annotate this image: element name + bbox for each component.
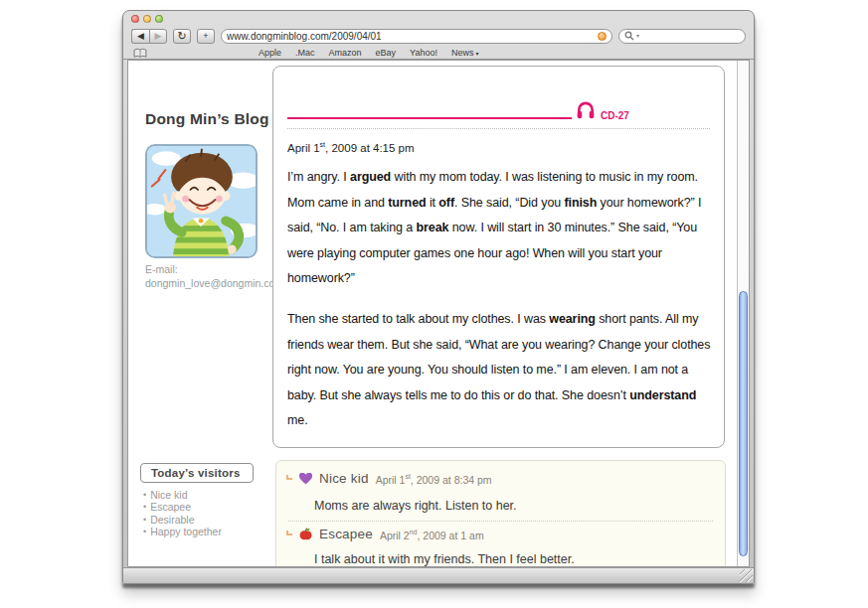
avatar — [145, 144, 258, 258]
bookmarks-book-icon[interactable] — [133, 48, 147, 59]
email-address: dongmin_love@dongmin.com — [145, 277, 283, 289]
browser-window: ◀ ▶ ↻ + www.dongminblog.com/2009/04/01 ▾… — [122, 10, 755, 584]
rss-icon[interactable] — [598, 32, 607, 41]
bullet-icon: • — [143, 526, 146, 537]
bookmark-apple[interactable]: Apple — [259, 48, 281, 58]
post-date: April 1st, 2009 at 4:15 pm — [287, 141, 415, 154]
status-bar — [123, 567, 754, 583]
visitor-name: Happy together — [150, 526, 222, 537]
window-titlebar[interactable] — [123, 11, 754, 25]
chevron-down-icon: ▾ — [475, 51, 478, 57]
close-button[interactable] — [131, 15, 139, 23]
chevron-down-icon: ▾ — [636, 33, 639, 39]
visitor-item: • Happy together — [143, 526, 222, 537]
visitors-list: • Nice kid • Escapee • Desirable • Happy… — [143, 489, 222, 537]
bookmark-amazon[interactable]: Amazon — [329, 48, 362, 58]
post-paragraph: Then she started to talk about my clothe… — [287, 307, 713, 434]
visitor-item: • Desirable — [143, 514, 222, 526]
apple-icon — [299, 528, 312, 540]
cartoon-boy-image — [147, 146, 256, 256]
bullet-icon: • — [143, 489, 146, 501]
comment-date: April 1st, 2009 at 8:34 pm — [376, 473, 492, 486]
resize-grip[interactable] — [740, 569, 753, 582]
post-paragraph: I’m angry. I argued with my mom today. I… — [287, 165, 713, 292]
scrollbar-thumb[interactable] — [739, 291, 748, 556]
add-bookmark-button[interactable]: + — [197, 29, 215, 44]
zoom-button[interactable] — [155, 15, 163, 23]
accent-rule — [287, 117, 572, 119]
bookmark-news[interactable]: News▾ — [451, 48, 479, 58]
comment-text: I talk about it with my friends. Then I … — [314, 552, 575, 566]
visitor-name: Desirable — [150, 514, 194, 526]
todays-visitors-heading: Today’s visitors — [140, 463, 254, 483]
headphones-icon — [576, 99, 596, 124]
url-text: www.dongminblog.com/2009/04/01 — [227, 31, 382, 42]
comments-panel: Nice kid April 1st, 2009 at 8:34 pm Moms… — [275, 460, 726, 567]
visitor-item: • Escapee — [143, 501, 222, 513]
blog-post-panel: CD-27 April 1st, 2009 at 4:15 pm I’m ang… — [272, 66, 725, 448]
visitor-name: Nice kid — [150, 489, 187, 501]
reply-arrow-icon — [286, 475, 292, 480]
forward-button[interactable]: ▶ — [149, 29, 167, 44]
bullet-icon: • — [143, 514, 146, 526]
search-icon — [624, 31, 634, 41]
email-label: E-mail: — [145, 263, 178, 275]
reply-arrow-icon — [286, 531, 292, 535]
heart-icon — [299, 473, 312, 485]
bookmark-dotmac[interactable]: .Mac — [295, 48, 315, 58]
back-button[interactable]: ◀ — [131, 29, 149, 44]
comment-header: Nice kid April 1st, 2009 at 8:34 pm — [286, 471, 492, 486]
cd-track-badge: CD-27 — [601, 110, 629, 121]
visitor-name: Escapee — [150, 501, 191, 513]
comment-text: Moms are always right. Listen to her. — [314, 499, 517, 513]
commenter-name: Escapee — [319, 527, 373, 541]
minimize-button[interactable] — [143, 15, 151, 23]
bookmarks-bar: Apple .Mac Amazon eBay Yahoo! News▾ — [123, 47, 754, 60]
comment-date: April 2nd, 2009 at 1 am — [380, 529, 484, 541]
visitor-item: • Nice kid — [143, 489, 222, 501]
bookmark-ebay[interactable]: eBay — [376, 48, 397, 58]
browser-toolbar: ◀ ▶ ↻ + www.dongminblog.com/2009/04/01 ▾ — [123, 25, 754, 47]
divider — [287, 128, 710, 129]
bookmark-news-label: News — [451, 48, 474, 58]
search-input[interactable]: ▾ — [618, 29, 746, 44]
reload-button[interactable]: ↻ — [173, 29, 191, 44]
bullet-icon: • — [143, 501, 146, 513]
commenter-name: Nice kid — [319, 471, 369, 486]
page-content: Dong Min’s Blog — [127, 60, 750, 567]
blog-title: Dong Min’s Blog — [145, 110, 269, 128]
address-bar[interactable]: www.dongminblog.com/2009/04/01 — [221, 29, 612, 44]
vertical-scrollbar[interactable] — [737, 61, 749, 566]
bookmark-yahoo[interactable]: Yahoo! — [410, 48, 437, 58]
divider — [288, 521, 713, 522]
comment-header: Escapee April 2nd, 2009 at 1 am — [286, 527, 484, 541]
